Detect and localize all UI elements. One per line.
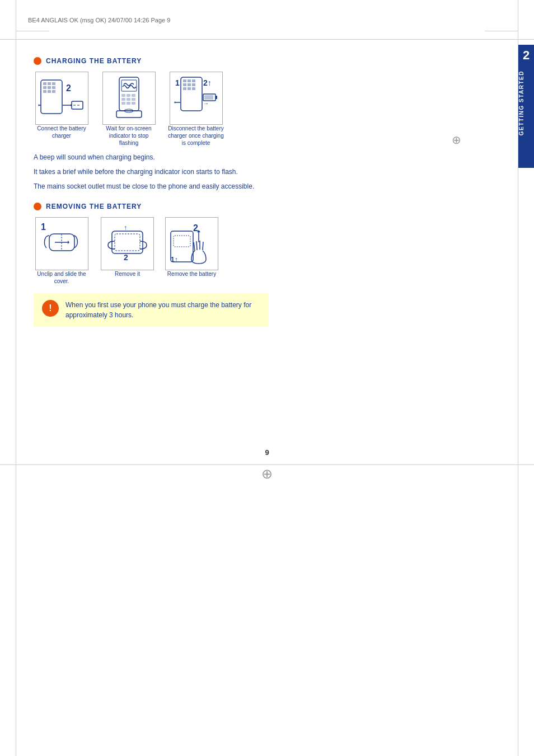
svg-rect-8 [48, 90, 51, 93]
svg-rect-2 [48, 82, 51, 85]
side-tab-text-container: GETTING STARTED [518, 66, 534, 140]
svg-rect-27 [127, 102, 130, 105]
svg-text:↑: ↑ [124, 224, 127, 232]
svg-rect-26 [121, 102, 125, 105]
side-tab: 2 GETTING STARTED [518, 45, 534, 168]
svg-marker-12 [38, 104, 39, 106]
svg-rect-38 [192, 83, 195, 86]
charging-section-header: CHARGING THE BATTERY [34, 57, 495, 65]
charging-body-text-1: A beep will sound when charging begins. [34, 152, 347, 162]
reg-mark-right: ⊕ [452, 133, 461, 147]
remove-image-1: 1 Unclip and slide the cover. [34, 217, 90, 285]
svg-text:2: 2 [124, 253, 128, 262]
svg-text:1: 1 [175, 78, 180, 87]
svg-marker-52 [68, 241, 69, 244]
charge-caption-3: Disconnect the battery charger once char… [168, 125, 224, 147]
charge-image-2: Wait for on-screen indicator to stop fla… [101, 72, 157, 147]
svg-rect-21 [127, 94, 130, 97]
charge-illus-2 [102, 72, 156, 125]
svg-marker-44 [174, 101, 175, 104]
remove-illus-1: 1 [35, 217, 88, 270]
page-border-left [16, 0, 16, 756]
charging-section-title: CHARGING THE BATTERY [46, 57, 142, 65]
charge-caption-1: Connect the battery charger [34, 125, 90, 139]
svg-rect-23 [121, 98, 125, 101]
svg-rect-34 [188, 79, 191, 82]
svg-rect-22 [132, 94, 135, 97]
svg-rect-1 [43, 82, 46, 85]
charge-illus-1: 2 [35, 72, 88, 125]
remove-caption-1: Unclip and slide the cover. [34, 270, 90, 285]
svg-rect-36 [183, 83, 186, 86]
svg-rect-25 [132, 98, 135, 101]
svg-rect-39 [183, 87, 186, 90]
svg-rect-57 [115, 234, 140, 251]
removing-section-header: REMOVING THE BATTERY [34, 203, 495, 210]
bottom-reg-mark: ⊕ [261, 466, 273, 482]
charge-illus-3: 1 2↑ [170, 72, 223, 125]
charging-body-text-2: It takes a brief while before the chargi… [34, 167, 347, 177]
removing-images-row: 1 Unclip and slide the cover. [34, 217, 495, 285]
charging-section-icon [34, 57, 41, 65]
svg-rect-4 [43, 86, 46, 89]
svg-rect-54 [112, 231, 143, 253]
charging-body-text-3: The mains socket outlet must be close to… [34, 181, 347, 191]
remove-caption-3: Remove the battery [167, 270, 216, 278]
svg-rect-7 [43, 90, 46, 93]
remove-image-3: 2 1↑ [165, 217, 218, 278]
page-border-top [0, 39, 534, 40]
svg-text:1: 1 [41, 222, 46, 232]
svg-rect-6 [52, 86, 55, 89]
svg-text:2↑: 2↑ [203, 78, 212, 87]
remove-illus-2: ↑ 2 [101, 217, 154, 270]
charging-images-row: 2 Connect the battery charger [34, 72, 495, 147]
header-text: BE4 ANGLAIS OK (msg OK) 24/07/00 14:26 P… [28, 17, 170, 24]
svg-rect-3 [52, 82, 55, 85]
svg-rect-9 [52, 90, 55, 93]
charge-caption-2: Wait for on-screen indicator to stop fla… [101, 125, 157, 147]
svg-rect-20 [121, 94, 125, 97]
svg-rect-33 [183, 79, 186, 82]
svg-line-64 [194, 242, 195, 251]
charge-image-1: 2 Connect the battery charger [34, 72, 90, 139]
main-content: CHARGING THE BATTERY [28, 44, 506, 338]
page-header: BE4 ANGLAIS OK (msg OK) 24/07/00 14:26 P… [28, 4, 506, 35]
svg-rect-40 [188, 87, 191, 90]
charge-image-3: 1 2↑ [168, 72, 224, 147]
side-tab-label: GETTING STARTED [518, 66, 524, 140]
svg-text:2: 2 [193, 223, 198, 233]
warning-text: When you first use your phone you must c… [65, 300, 260, 320]
removing-section-icon [34, 203, 41, 210]
svg-rect-35 [192, 79, 195, 82]
remove-caption-2: Remove it [115, 270, 140, 278]
svg-rect-41 [192, 87, 195, 90]
svg-rect-5 [48, 86, 51, 89]
svg-rect-24 [127, 98, 130, 101]
svg-line-65 [196, 241, 197, 250]
side-tab-number: 2 [523, 45, 530, 66]
page-number: 9 [265, 448, 269, 457]
svg-rect-28 [132, 102, 135, 105]
remove-illus-3: 2 1↑ [165, 217, 218, 270]
svg-rect-29 [116, 111, 142, 118]
page-border-bottom [0, 464, 534, 465]
svg-rect-37 [188, 83, 191, 86]
svg-line-67 [203, 242, 203, 250]
remove-image-2: ↑ 2 Remove it [101, 217, 154, 278]
svg-text:1↑: 1↑ [171, 256, 178, 264]
removing-section-title: REMOVING THE BATTERY [46, 203, 142, 210]
svg-rect-47 [216, 96, 217, 99]
warning-box: ! When you first use your phone you must… [34, 293, 269, 327]
svg-rect-48 [204, 95, 213, 100]
svg-rect-60 [174, 236, 190, 247]
svg-text:2: 2 [66, 83, 71, 93]
warning-icon: ! [42, 300, 59, 317]
